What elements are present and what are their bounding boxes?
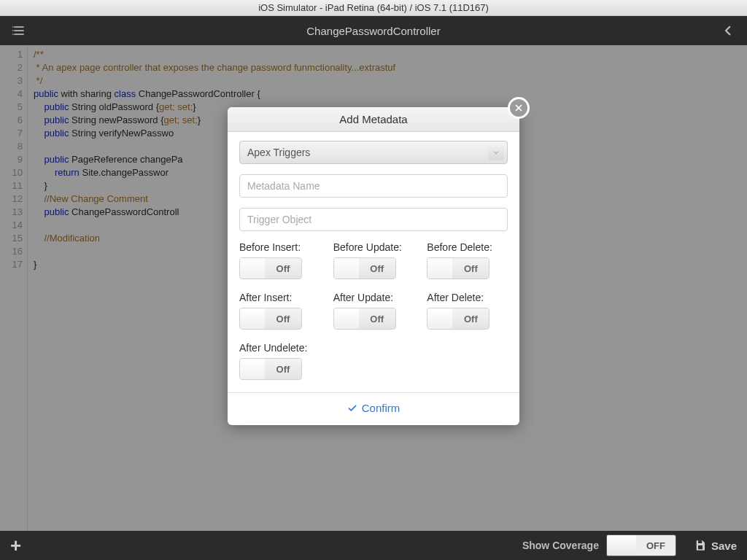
trigger-object-input[interactable] xyxy=(239,208,508,231)
toggle-switch[interactable]: Off xyxy=(239,257,302,279)
svg-point-4 xyxy=(12,30,14,31)
toggle-state: Off xyxy=(452,258,489,279)
toggle-label: After Update: xyxy=(333,292,414,303)
trigger-events-grid: Before Insert: Off Before Update: Off Be… xyxy=(239,241,508,386)
toggle-state: Off xyxy=(359,258,395,279)
toggle-label: After Undelete: xyxy=(239,342,320,354)
add-metadata-modal: Add Metadata Apex Triggers Before Insert… xyxy=(228,107,519,425)
toggle-label: Before Insert: xyxy=(239,241,320,253)
toggle-after-update: After Update: Off xyxy=(333,292,414,332)
toggle-after-undelete: After Undelete: Off xyxy=(239,342,320,382)
chevron-down-icon xyxy=(488,144,504,160)
back-chevron-icon[interactable] xyxy=(718,20,738,41)
toggle-label: Before Delete: xyxy=(427,241,508,253)
toggle-switch[interactable]: Off xyxy=(427,257,489,279)
toggle-before-insert: Before Insert: Off xyxy=(239,241,320,281)
macos-window-title: iOS Simulator - iPad Retina (64-bit) / i… xyxy=(0,0,747,16)
save-label: Save xyxy=(711,540,737,552)
page-title: ChangePasswordController xyxy=(29,25,718,37)
check-icon xyxy=(347,403,357,413)
svg-point-5 xyxy=(12,34,14,35)
add-button[interactable]: + xyxy=(10,534,21,557)
toggle-state: Off xyxy=(265,258,301,279)
toggle-label: After Delete: xyxy=(427,292,508,303)
confirm-button[interactable]: Confirm xyxy=(347,402,400,414)
toggle-switch[interactable]: Off xyxy=(427,308,489,330)
toggle-state: Off xyxy=(265,359,301,379)
toggle-switch[interactable]: Off xyxy=(239,358,302,380)
toggle-state: Off xyxy=(265,308,301,329)
toggle-switch[interactable]: Off xyxy=(333,257,396,279)
toggle-label: Before Update: xyxy=(333,241,414,253)
show-coverage-label: Show Coverage xyxy=(522,540,599,551)
svg-rect-9 xyxy=(698,545,703,549)
toggle-after-delete: After Delete: Off xyxy=(427,292,508,332)
save-icon xyxy=(694,539,707,552)
toggle-state: Off xyxy=(359,308,395,329)
modal-title: Add Metadata xyxy=(228,107,519,132)
metadata-type-select[interactable]: Apex Triggers xyxy=(239,141,508,164)
code-editor: 1 2 3 4 5 6 7 8 9 10 11 12 13 14 15 16 1… xyxy=(0,45,747,531)
toggle-switch[interactable]: Off xyxy=(333,308,396,330)
toggle-state: Off xyxy=(452,308,489,329)
confirm-label: Confirm xyxy=(362,402,400,414)
toggle-switch[interactable]: Off xyxy=(239,308,302,330)
app-topbar: ChangePasswordController xyxy=(0,16,747,45)
toggle-after-insert: After Insert: Off xyxy=(239,292,320,332)
toggle-before-delete: Before Delete: Off xyxy=(427,241,508,281)
save-button[interactable]: Save xyxy=(694,539,737,552)
select-value: Apex Triggers xyxy=(247,147,310,158)
toggle-label: After Insert: xyxy=(239,292,320,303)
coverage-toggle-state: OFF xyxy=(636,535,676,556)
app-bottombar: + Show Coverage OFF Save xyxy=(0,531,747,560)
coverage-toggle[interactable]: OFF xyxy=(606,534,676,556)
svg-rect-8 xyxy=(698,540,702,543)
metadata-name-input[interactable] xyxy=(239,174,508,198)
svg-point-3 xyxy=(12,26,14,28)
toggle-before-update: Before Update: Off xyxy=(333,241,414,281)
menu-list-icon[interactable] xyxy=(9,20,29,41)
close-icon[interactable] xyxy=(508,97,530,119)
